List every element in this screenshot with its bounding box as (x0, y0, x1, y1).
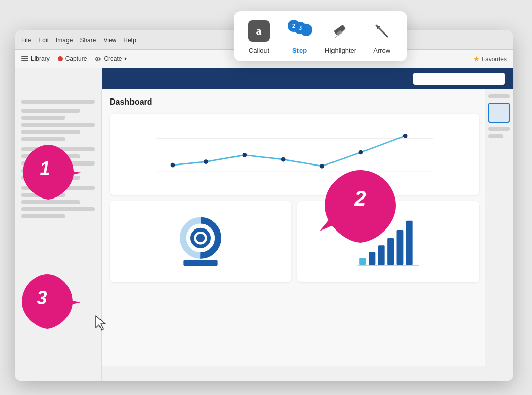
toolbar-popup: a Callout 2 3 Step Highlighter (234, 11, 407, 61)
step-2-label: 2 (354, 186, 366, 211)
favorites-button[interactable]: ★ Favorites (473, 55, 507, 63)
line-chart-card (110, 114, 479, 195)
sidebar-line (21, 123, 95, 127)
tool-step[interactable]: 2 3 Step (284, 19, 315, 54)
menu-view[interactable]: View (103, 37, 116, 44)
capture-dot-icon (58, 56, 63, 61)
favorites-label: Favorites (482, 56, 507, 63)
step-3-callout: 3 (14, 269, 80, 335)
library-button[interactable]: Library (21, 55, 50, 62)
menu-bar: File Edit Image Share View Help (21, 37, 136, 44)
step-icon: 2 3 (288, 19, 311, 43)
highlighter-label: Highlighter (325, 47, 356, 54)
arrow-label: Arrow (373, 47, 390, 54)
sidebar-line (21, 109, 80, 113)
tool-arrow[interactable]: Arrow (367, 19, 397, 54)
callout-icon-box: a (248, 20, 270, 42)
dashboard-title: Dashboard (110, 97, 479, 107)
svg-point-4 (204, 159, 208, 164)
svg-point-14 (196, 234, 205, 242)
callout-icon: a (247, 19, 271, 43)
donut-chart-card (110, 201, 291, 282)
tool-highlighter[interactable]: Highlighter (325, 19, 356, 54)
svg-rect-21 (406, 221, 413, 265)
hamburger-icon (21, 56, 28, 61)
menu-edit[interactable]: Edit (38, 37, 49, 44)
right-panel-box[interactable] (488, 103, 510, 123)
line-chart-svg (118, 122, 471, 183)
menu-file[interactable]: File (21, 37, 31, 44)
sidebar-line (21, 130, 80, 134)
menu-image[interactable]: Image (56, 37, 73, 44)
sidebar-line (21, 100, 95, 104)
mouse-cursor (94, 315, 108, 333)
svg-rect-18 (378, 245, 385, 265)
svg-rect-17 (369, 252, 376, 265)
arrow-icon (370, 19, 393, 43)
step-icon-box: 2 3 (288, 20, 311, 42)
menu-help[interactable]: Help (123, 37, 136, 44)
menu-share[interactable]: Share (80, 37, 96, 44)
svg-rect-15 (183, 260, 217, 266)
step-3-label: 3 (37, 287, 47, 308)
right-panel (485, 89, 513, 381)
step-circle-1: 2 (288, 20, 300, 32)
step-label: Step (292, 47, 307, 54)
capture-button[interactable]: Capture (58, 55, 87, 62)
step-1-label: 1 (40, 157, 50, 179)
highlighter-icon (329, 19, 352, 43)
create-button[interactable]: ⊕ Create ▾ (95, 55, 127, 63)
donut-chart-svg (175, 214, 226, 270)
sidebar-line (21, 214, 65, 218)
svg-point-6 (281, 157, 286, 162)
create-label: Create (104, 55, 122, 62)
sidebar-line (21, 116, 65, 120)
sidebar (15, 89, 102, 381)
bottom-cards (110, 201, 479, 282)
svg-point-5 (242, 153, 247, 157)
svg-point-8 (359, 150, 363, 155)
callout-label: Callout (249, 47, 269, 54)
tool-callout[interactable]: a Callout (244, 19, 274, 54)
svg-point-3 (171, 163, 175, 168)
step-2-callout: 2 (320, 168, 401, 244)
sidebar-line (21, 207, 95, 211)
app-window: File Edit Image Share View Help Library … (15, 30, 513, 381)
dashboard-area: Dashboard (102, 89, 487, 366)
library-label: Library (31, 55, 50, 62)
plus-icon: ⊕ (95, 55, 101, 63)
right-panel-line (488, 94, 510, 98)
capture-label: Capture (65, 55, 87, 62)
content-header-bar (102, 68, 513, 89)
svg-rect-16 (359, 258, 366, 265)
right-panel-line (488, 134, 503, 138)
right-panel-line (488, 127, 510, 131)
search-bar[interactable] (413, 73, 505, 85)
star-icon: ★ (473, 55, 480, 63)
step-1-callout: 1 (15, 140, 81, 206)
chevron-down-icon: ▾ (124, 56, 127, 61)
svg-point-9 (403, 134, 408, 138)
